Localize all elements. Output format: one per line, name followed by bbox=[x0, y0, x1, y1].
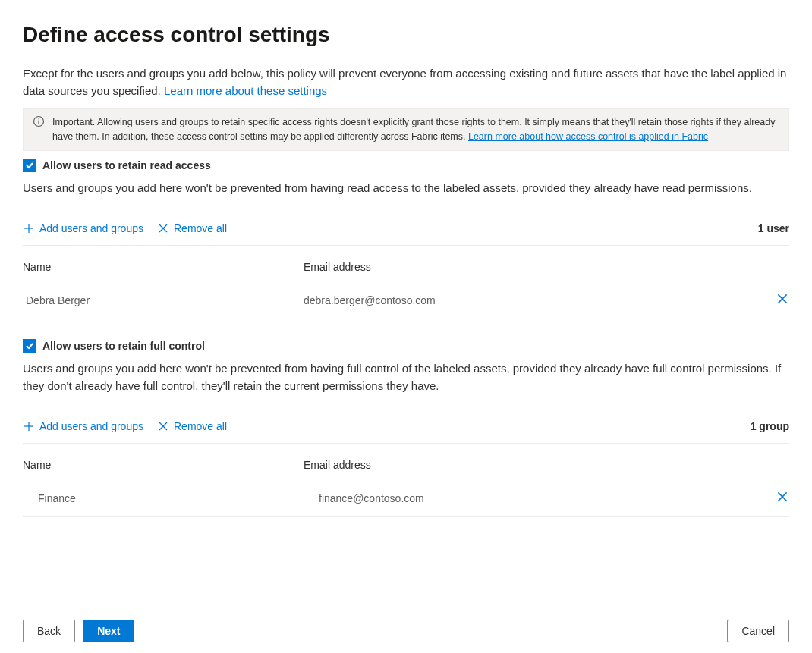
svg-point-2 bbox=[38, 118, 39, 119]
add-users-read-label: Add users and groups bbox=[39, 222, 143, 234]
info-link[interactable]: Learn more about how access control is a… bbox=[468, 131, 708, 142]
full-count: 1 group bbox=[751, 420, 789, 432]
page-title: Define access control settings bbox=[23, 23, 789, 47]
info-banner: Important. Allowing users and groups to … bbox=[23, 108, 789, 151]
add-users-full-label: Add users and groups bbox=[39, 420, 143, 432]
info-icon bbox=[33, 115, 45, 127]
plus-icon bbox=[23, 420, 35, 432]
remove-all-read-label: Remove all bbox=[174, 222, 227, 234]
full-control-label: Allow users to retain full control bbox=[42, 340, 205, 352]
plus-icon bbox=[23, 222, 35, 234]
remove-row-icon[interactable] bbox=[776, 292, 789, 306]
remove-row-icon[interactable] bbox=[776, 490, 789, 504]
full-control-desc: Users and groups you add here won't be p… bbox=[23, 360, 789, 394]
full-control-checkbox[interactable] bbox=[23, 339, 36, 353]
read-access-label: Allow users to retain read access bbox=[42, 159, 211, 171]
checkmark-icon bbox=[25, 161, 34, 170]
read-table-header: Name Email address bbox=[23, 249, 789, 281]
table-row: Finance finance@contoso.com bbox=[23, 479, 789, 517]
row-email: debra.berger@contoso.com bbox=[304, 294, 759, 306]
checkmark-icon bbox=[25, 341, 34, 350]
learn-more-settings-link[interactable]: Learn more about these settings bbox=[164, 84, 327, 97]
intro-text: Except for the users and groups you add … bbox=[23, 65, 789, 99]
read-count: 1 user bbox=[758, 222, 789, 234]
close-icon bbox=[157, 420, 169, 432]
remove-all-read-button[interactable]: Remove all bbox=[157, 222, 227, 234]
read-col-name: Name bbox=[23, 261, 304, 273]
full-table-header: Name Email address bbox=[23, 447, 789, 479]
full-col-email: Email address bbox=[304, 459, 759, 471]
read-col-email: Email address bbox=[304, 261, 759, 273]
intro-body: Except for the users and groups you add … bbox=[23, 67, 786, 97]
remove-all-full-label: Remove all bbox=[174, 420, 227, 432]
row-name: Debra Berger bbox=[23, 294, 304, 306]
add-users-full-button[interactable]: Add users and groups bbox=[23, 420, 143, 432]
add-users-read-button[interactable]: Add users and groups bbox=[23, 222, 143, 234]
full-col-name: Name bbox=[23, 459, 304, 471]
row-name: Finance bbox=[23, 492, 304, 504]
read-access-desc: Users and groups you add here won't be p… bbox=[23, 180, 789, 197]
remove-all-full-button[interactable]: Remove all bbox=[157, 420, 227, 432]
read-access-checkbox[interactable] bbox=[23, 159, 36, 172]
close-icon bbox=[157, 222, 169, 234]
row-email: finance@contoso.com bbox=[304, 492, 759, 504]
table-row: Debra Berger debra.berger@contoso.com bbox=[23, 281, 789, 319]
